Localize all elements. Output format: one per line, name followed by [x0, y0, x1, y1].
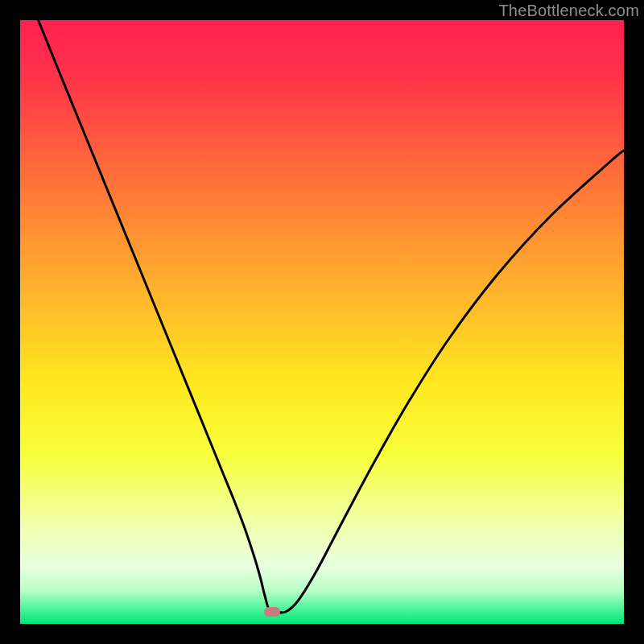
chart-area — [20, 20, 624, 624]
bottleneck-curve — [20, 20, 624, 624]
min-marker — [264, 607, 280, 617]
watermark-text: TheBottleneck.com — [498, 2, 639, 20]
